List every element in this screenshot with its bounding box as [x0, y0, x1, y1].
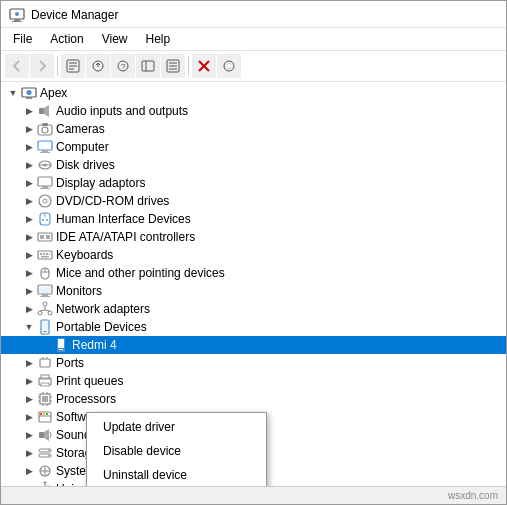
expand-storage[interactable]	[21, 445, 37, 461]
tree-item-audio[interactable]: Audio inputs and outputs	[1, 102, 506, 120]
tree-item-computer[interactable]: Computer	[1, 138, 506, 156]
svg-point-92	[46, 413, 48, 415]
svg-rect-36	[40, 188, 50, 189]
menu-help[interactable]: Help	[138, 30, 179, 48]
status-bar: wsxdn.com	[1, 486, 506, 504]
expand-dvd[interactable]	[21, 193, 37, 209]
cameras-label: Cameras	[56, 122, 506, 136]
disk-label: Disk drives	[56, 158, 506, 172]
expand-print[interactable]	[21, 373, 37, 389]
update-driver-button[interactable]	[86, 54, 110, 78]
menu-file[interactable]: File	[5, 30, 40, 48]
apex-label: Apex	[40, 86, 506, 100]
expand-computer[interactable]	[21, 139, 37, 155]
expand-portable[interactable]	[21, 319, 37, 335]
forward-button[interactable]	[30, 54, 54, 78]
expand-mice[interactable]	[21, 265, 37, 281]
tree-item-dvd[interactable]: DVD/CD-ROM drives	[1, 192, 506, 210]
tree-item-ide[interactable]: IDE ATA/ATAPI controllers	[1, 228, 506, 246]
expand-ports[interactable]	[21, 355, 37, 371]
ctx-update-driver[interactable]: Update driver	[87, 415, 266, 439]
ctx-uninstall-device[interactable]: Uninstall device	[87, 463, 266, 486]
tree-item-print[interactable]: Print queues	[1, 372, 506, 390]
tree-item-ports[interactable]: Ports	[1, 354, 506, 372]
properties-button[interactable]	[61, 54, 85, 78]
tree-item-proc[interactable]: Processors	[1, 390, 506, 408]
svg-rect-28	[38, 141, 52, 150]
sys-icon	[37, 463, 53, 479]
computer-icon	[37, 139, 53, 155]
tree-item-portable[interactable]: Portable Devices	[1, 318, 506, 336]
svg-line-64	[40, 310, 45, 311]
svg-point-97	[48, 455, 50, 457]
expand-soft[interactable]	[21, 409, 37, 425]
disable-button[interactable]	[192, 54, 216, 78]
tree-item-disk[interactable]: Disk drives	[1, 156, 506, 174]
menu-view[interactable]: View	[94, 30, 136, 48]
svg-rect-93	[39, 432, 44, 438]
tree-item-display[interactable]: Display adaptors	[1, 174, 506, 192]
expand-display[interactable]	[21, 175, 37, 191]
scan-button[interactable]	[217, 54, 241, 78]
status-text: wsxdn.com	[448, 490, 498, 501]
svg-rect-24	[39, 108, 44, 114]
svg-rect-2	[12, 21, 22, 22]
expand-disk[interactable]	[21, 157, 37, 173]
audio-label: Audio inputs and outputs	[56, 104, 506, 118]
tree-item-monitors[interactable]: Monitors	[1, 282, 506, 300]
expand-sound[interactable]	[21, 427, 37, 443]
tree-item-keyboards[interactable]: Keyboards	[1, 246, 506, 264]
expand-sys[interactable]	[21, 463, 37, 479]
proc-label: Processors	[56, 392, 506, 406]
tree-item-apex[interactable]: Apex	[1, 84, 506, 102]
help-button[interactable]: ?	[111, 54, 135, 78]
proc-icon	[37, 391, 53, 407]
svg-rect-52	[41, 256, 49, 258]
back-button[interactable]	[5, 54, 29, 78]
view-button[interactable]	[136, 54, 160, 78]
portable-label: Portable Devices	[56, 320, 506, 334]
device-list-button[interactable]	[161, 54, 185, 78]
tree-item-mice[interactable]: Mice and other pointing devices	[1, 264, 506, 282]
svg-rect-49	[43, 253, 45, 255]
toolbar-sep-1	[57, 56, 58, 76]
ctx-disable-device[interactable]: Disable device	[87, 439, 266, 463]
svg-rect-27	[42, 123, 48, 126]
expand-audio[interactable]	[21, 103, 37, 119]
menu-action[interactable]: Action	[42, 30, 91, 48]
display-icon	[37, 175, 53, 191]
monitor-icon	[37, 283, 53, 299]
expand-cameras[interactable]	[21, 121, 37, 137]
expand-network[interactable]	[21, 301, 37, 317]
tree-item-network[interactable]: Network adapters	[1, 300, 506, 318]
expand-hid[interactable]	[21, 211, 37, 227]
svg-point-90	[40, 413, 42, 415]
svg-point-23	[27, 90, 32, 95]
redmi-icon	[53, 337, 69, 353]
expand-monitors[interactable]	[21, 283, 37, 299]
device-tree[interactable]: Apex Audio inputs and outputs	[1, 82, 506, 486]
svg-rect-48	[40, 253, 42, 255]
svg-rect-51	[49, 253, 50, 255]
expand-usb[interactable]	[21, 481, 37, 486]
network-label: Network adapters	[56, 302, 506, 316]
svg-rect-77	[41, 383, 49, 386]
svg-rect-45	[40, 235, 44, 239]
tree-item-hid[interactable]: Human Interface Devices	[1, 210, 506, 228]
tree-item-redmi[interactable]: Redmi 4	[1, 336, 506, 354]
expand-proc[interactable]	[21, 391, 37, 407]
svg-point-91	[43, 413, 45, 415]
svg-point-42	[42, 219, 44, 221]
dvd-label: DVD/CD-ROM drives	[56, 194, 506, 208]
svg-rect-35	[42, 186, 48, 188]
storage-icon	[37, 445, 53, 461]
svg-rect-79	[42, 396, 48, 402]
cameras-icon	[37, 121, 53, 137]
mouse-icon	[37, 265, 53, 281]
svg-rect-58	[40, 296, 50, 297]
mice-label: Mice and other pointing devices	[56, 266, 506, 280]
expand-keyboards[interactable]	[21, 247, 37, 263]
expand-ide[interactable]	[21, 229, 37, 245]
expand-apex[interactable]	[5, 85, 21, 101]
tree-item-cameras[interactable]: Cameras	[1, 120, 506, 138]
